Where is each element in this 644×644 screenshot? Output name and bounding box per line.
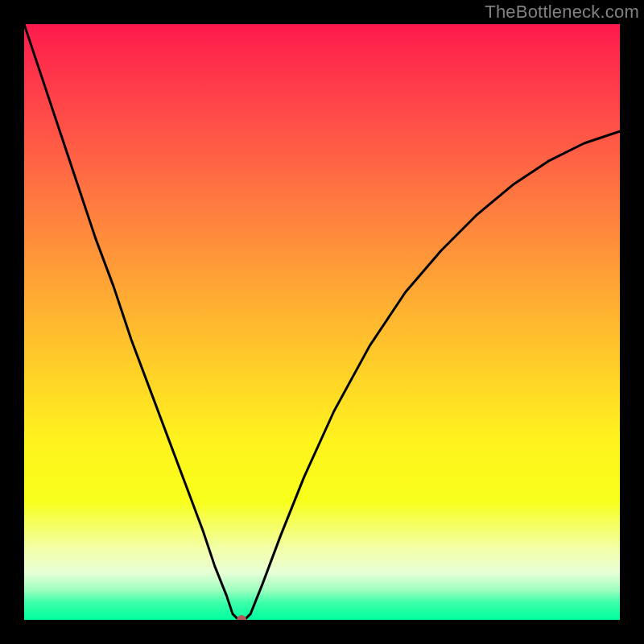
curve-svg	[24, 24, 620, 620]
plot-area	[24, 24, 620, 620]
chart-frame: TheBottleneck.com	[0, 0, 644, 644]
bottleneck-curve	[24, 24, 620, 620]
watermark-text: TheBottleneck.com	[485, 2, 639, 23]
minimum-dot	[237, 615, 246, 620]
